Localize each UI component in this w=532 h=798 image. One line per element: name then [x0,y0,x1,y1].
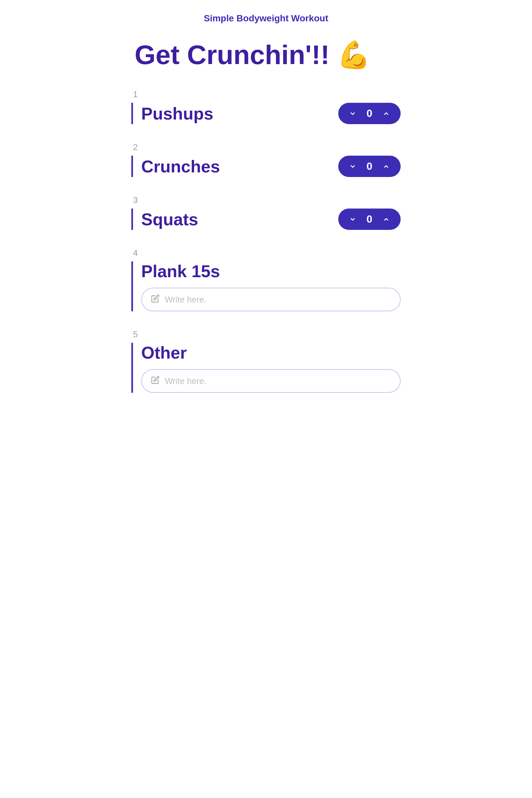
exercise-section-1: 1 Pushups 0 [131,89,401,124]
exercise-item-3: Squats 0 [131,209,401,230]
exercise-section-5: 5 Other [131,329,401,393]
exercise-name-crunches: Crunches [141,157,220,176]
exercise-name-pushups: Pushups [141,104,213,124]
increment-crunches-button[interactable] [381,163,392,170]
decrement-squats-button[interactable] [347,215,358,223]
decrement-crunches-button[interactable] [347,163,358,170]
text-input-row-other [141,369,401,393]
exercise-item-4: Plank 15s [131,261,401,311]
exercise-number-5: 5 [131,329,401,340]
chevron-down-icon [349,163,356,170]
stepper-value-crunches: 0 [364,160,374,172]
stepper-value-squats: 0 [364,213,374,225]
pencil-icon-other [151,376,159,386]
exercise-name-other: Other [141,343,401,363]
increment-squats-button[interactable] [381,215,392,223]
exercise-section-4: 4 Plank 15s [131,248,401,311]
chevron-up-icon [383,216,390,223]
exercise-name-squats: Squats [141,210,198,229]
chevron-down-icon [349,216,356,223]
chevron-down-icon [349,110,356,117]
page-title: Simple Bodyweight Workout [131,0,401,40]
exercise-number-2: 2 [131,142,401,152]
chevron-up-icon [383,163,390,170]
hero-title: Get Crunchin'!! 💪 [131,40,401,70]
stepper-value-pushups: 0 [364,108,374,119]
text-input-row-plank [141,288,401,311]
exercise-item-5: Other [131,343,401,393]
exercise-section-2: 2 Crunches 0 [131,142,401,177]
exercise-name-plank: Plank 15s [141,261,401,281]
chevron-up-icon [383,110,390,117]
stepper-squats: 0 [338,209,401,230]
text-input-wrapper-plank [141,288,401,311]
plank-text-input[interactable] [165,294,391,305]
exercise-number-3: 3 [131,195,401,205]
pencil-icon [151,294,159,305]
exercise-number-4: 4 [131,248,401,258]
text-input-wrapper-other [141,369,401,393]
exercise-list: 1 Pushups 0 [131,89,401,393]
exercise-item-2: Crunches 0 [131,156,401,177]
other-text-input[interactable] [165,376,391,386]
decrement-pushups-button[interactable] [347,110,358,118]
stepper-crunches: 0 [338,156,401,177]
exercise-section-3: 3 Squats 0 [131,195,401,230]
increment-pushups-button[interactable] [381,110,392,118]
exercise-number-1: 1 [131,89,401,99]
exercise-item-1: Pushups 0 [131,103,401,124]
stepper-pushups: 0 [338,103,401,124]
